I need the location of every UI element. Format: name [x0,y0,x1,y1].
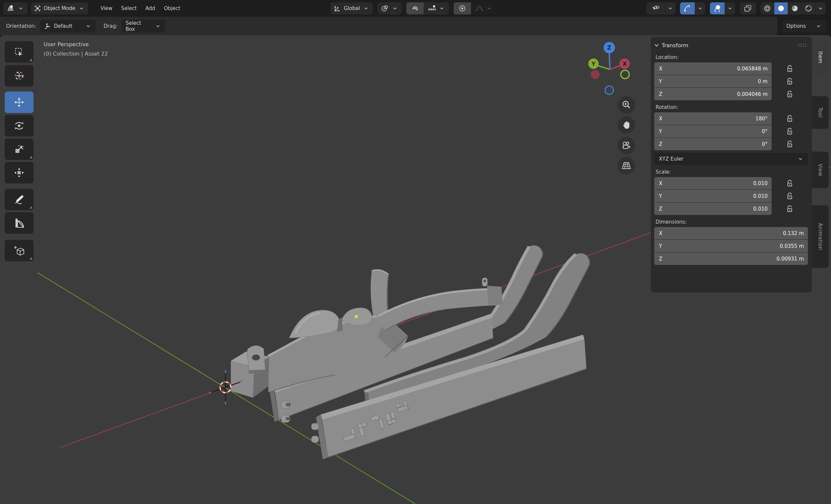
tab-tool[interactable]: Tool [812,96,829,129]
rotation-mode-dropdown[interactable]: XYZ Euler [654,153,808,165]
overlays-dropdown[interactable] [725,2,735,14]
shading-dropdown[interactable] [815,2,826,14]
proportional-falloff-dropdown[interactable] [471,2,496,14]
gizmos-dropdown[interactable] [695,2,705,14]
mode-dropdown[interactable]: Object Mode [31,2,88,14]
navigation-gizmo[interactable]: Y X Z [582,40,639,97]
axis-value: 0.004046 m [737,91,768,97]
tool-select-box[interactable] [5,41,33,63]
tool-measure[interactable] [5,212,33,234]
gizmo-y-label: Y [591,61,596,67]
axis-value: 0 m [758,79,768,85]
orientation-value: Global [344,5,360,11]
scale-x-field[interactable]: X 0.010 [654,177,772,189]
pan-button[interactable] [618,116,635,134]
show-gizmos-toggle[interactable] [680,2,695,14]
proportional-edit-toggle[interactable] [454,2,471,14]
object-origin-dot [354,315,358,319]
perspective-toggle-button[interactable] [618,157,635,174]
location-x-lock[interactable] [772,65,808,73]
tab-item[interactable]: Item [812,41,829,74]
dimensions-z-field[interactable]: Z 0.00931 m [654,253,808,265]
drag-label: Drag: [104,23,117,29]
visibility-group [646,2,675,14]
tool-add-cube[interactable] [5,240,33,261]
show-object-types-button[interactable] [646,2,665,14]
drag-mode-dropdown[interactable]: Select Box [121,20,165,32]
snap-toggle-button[interactable] [406,2,424,14]
scale-y-lock[interactable] [772,192,808,200]
gizmo-axis-negx[interactable] [591,70,600,79]
scale-z-lock[interactable] [772,205,808,213]
rotation-x-field[interactable]: X 180° [654,112,772,125]
dimensions-y-field[interactable]: Y 0.0355 m [654,240,808,252]
tool-move[interactable] [5,92,33,113]
xray-toggle[interactable] [740,2,756,14]
pivot-point-dropdown[interactable] [377,2,402,14]
panel-collapse-chevron-icon[interactable] [654,43,659,47]
model-glasses-parts[interactable] [231,245,590,459]
scale-x-lock[interactable] [772,179,808,187]
axis-label: X [659,66,672,72]
gizmo-axis-negz[interactable] [605,86,613,94]
editor-type-button[interactable] [3,2,28,14]
menu-object[interactable]: Object [160,3,184,13]
tool-scale[interactable] [5,139,33,160]
rotation-z-lock[interactable] [772,140,808,148]
rotation-y-field[interactable]: Y 0° [654,125,772,138]
shading-wireframe-button[interactable] [761,2,774,14]
dimensions-y-row: Y 0.0355 m [654,240,808,252]
tool-annotate[interactable] [5,189,33,210]
menu-add[interactable]: Add [141,3,160,13]
chevron-down-icon [668,7,672,10]
magnet-icon [411,5,419,12]
menu-view[interactable]: View [96,3,117,13]
panel-title[interactable]: Transform [662,42,688,49]
tool-transform[interactable] [5,162,33,183]
chevron-down-icon [78,7,85,10]
tool-rotate[interactable] [5,115,33,137]
orientation-default-dropdown[interactable]: Default [40,20,96,32]
lock-open-icon [786,192,794,200]
tool-more-indicator [30,59,32,61]
rotation-z-field[interactable]: Z 0° [654,138,772,150]
snap-settings-dropdown[interactable] [424,2,449,14]
location-x-field[interactable]: X 0.065848 m [654,62,772,75]
dimensions-x-field[interactable]: X 0.132 m [654,227,808,239]
location-z-field[interactable]: Z 0.004046 m [654,88,772,100]
menu-select[interactable]: Select [117,3,141,13]
viewport-3d[interactable]: User Perspective (0) Collection | Asset … [0,35,831,504]
rotation-x-lock[interactable] [772,115,808,123]
tab-animation[interactable]: Animation [812,205,829,268]
panel-grip-icon[interactable] [798,43,806,47]
scale-y-row: Y 0.010 [654,190,808,202]
shading-solid-button[interactable] [774,2,788,14]
axis-value: 0° [762,128,768,135]
viewport-3d-icon [7,5,15,12]
chevron-down-icon [797,157,804,160]
tab-view[interactable]: View [812,152,829,188]
camera-view-button[interactable] [618,137,635,154]
gizmo-axis-negy[interactable] [621,70,629,79]
chevron-down-icon [486,7,492,10]
axis-value: 0.132 m [783,230,804,236]
shading-material-button[interactable] [788,2,801,14]
lock-open-icon [786,179,794,187]
shading-rendered-button[interactable] [802,2,815,14]
location-y-row: Y 0 m [654,75,808,88]
transform-orientation-dropdown[interactable]: Global [331,2,373,14]
show-overlays-toggle[interactable] [710,2,725,14]
axis-label: Z [659,256,672,262]
location-y-lock[interactable] [772,78,808,86]
visibility-dropdown[interactable] [665,2,675,14]
transform-panel: Transform Location: X 0.065848 m Y 0 m [651,37,812,292]
scale-z-field[interactable]: Z 0.010 [654,203,772,215]
location-z-lock[interactable] [772,90,808,98]
location-y-field[interactable]: Y 0 m [654,75,772,88]
chevron-down-icon [392,7,398,10]
options-dropdown[interactable]: Options [782,20,826,32]
zoom-button[interactable] [618,96,635,114]
tool-cursor[interactable] [5,65,33,87]
rotation-y-lock[interactable] [772,127,808,136]
scale-y-field[interactable]: Y 0.010 [654,190,772,202]
